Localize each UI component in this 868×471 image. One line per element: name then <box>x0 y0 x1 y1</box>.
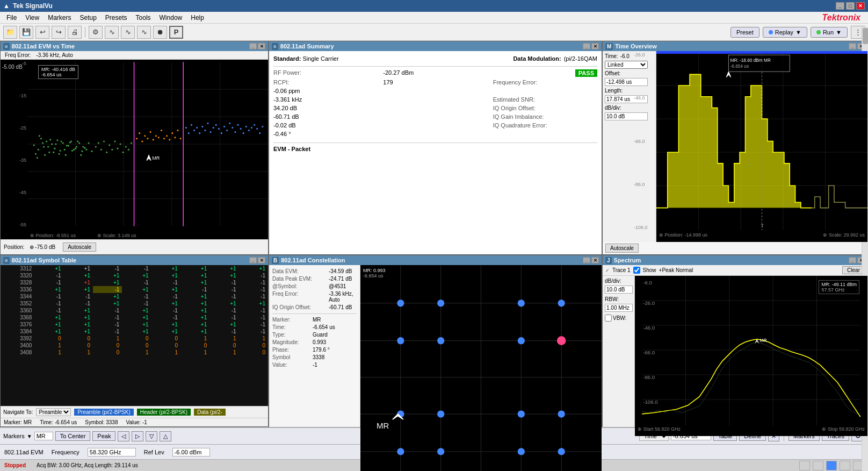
symbol-close-btn[interactable]: ✕ <box>258 257 265 263</box>
const-minimize-btn[interactable]: _ <box>583 257 590 263</box>
header-badge[interactable]: Header (pi/2-BPSK) <box>137 409 191 416</box>
evm-bottom-info: ⊕ Position: -8.551 us ⊕ Scale: 3.149 us <box>30 233 136 238</box>
svg-point-27 <box>81 151 83 152</box>
taskbar-icon-3[interactable] <box>826 461 837 470</box>
nav-down-button[interactable]: ▽ <box>146 431 157 441</box>
navigate-to-select[interactable]: Preamble <box>36 408 71 416</box>
svg-point-86 <box>193 130 195 131</box>
svg-point-149 <box>518 410 525 417</box>
toolbar-save-button[interactable]: 💾 <box>19 26 33 39</box>
maximize-button[interactable]: □ <box>846 2 855 10</box>
freq-error-label-2: Frequency Error: <box>493 79 597 85</box>
evm-autoscale-button[interactable]: Autoscale <box>63 242 96 252</box>
symbol-table-content[interactable]: 3312 +1+1-1-1 +1+1+1+1 3320 -1+1+1+1 +1+… <box>1 265 268 406</box>
menu-setup[interactable]: Setup <box>75 13 100 23</box>
svg-point-139 <box>397 299 404 306</box>
menu-tools[interactable]: Tools <box>132 13 155 23</box>
taskbar-icon-2[interactable] <box>813 461 823 470</box>
toolbar-signal2-button[interactable]: ∿ <box>121 26 135 39</box>
toolbar-signal3-button[interactable]: ∿ <box>137 26 151 39</box>
menu-window[interactable]: Window <box>155 13 187 23</box>
time-autoscale-button[interactable]: Autoscale <box>605 244 639 253</box>
time-minimize-btn[interactable]: _ <box>849 43 856 49</box>
data-badge[interactable]: Data (pi/2- <box>194 409 226 416</box>
taskbar-icon-1[interactable] <box>799 461 810 470</box>
time-top-bar <box>656 51 867 54</box>
const-close-btn[interactable]: ✕ <box>591 257 599 263</box>
nav-left-button[interactable]: ◁ <box>118 431 129 441</box>
taskbar-icon-4[interactable] <box>840 461 850 470</box>
table-row: 3344 -1-1+1-1 -1+1-1-1 <box>1 293 268 300</box>
peak-button[interactable]: Peak <box>92 431 115 441</box>
summary-icon: ≡ <box>272 43 278 50</box>
toolbar-signal1-button[interactable]: ∿ <box>105 26 119 39</box>
evm-minimize-btn[interactable]: _ <box>249 43 257 49</box>
spec-dbdiv-input[interactable]: 10.0 dB <box>605 286 633 294</box>
toolbar-record-button[interactable]: ⏺ <box>153 26 167 39</box>
summary-divider1 <box>273 66 597 67</box>
toolbar-settings-button[interactable]: ⚙ <box>89 26 103 39</box>
table-row: 3392 0010 0111 <box>1 335 268 342</box>
tektronix-logo: Tektronix <box>822 13 866 23</box>
spectrum-svg: MR -6.0 -26.0 -46.0 -66.0 -86.0 -106.0 <box>635 276 867 425</box>
const-time-label: Time: <box>272 324 313 330</box>
svg-point-93 <box>213 127 214 129</box>
nav-up-button[interactable]: △ <box>160 431 171 441</box>
summary-standard-row: Standard: Single Carrier Data Modulation… <box>273 55 597 62</box>
dropdown-arrow-icon[interactable]: ▼ <box>27 433 32 439</box>
symbol-minimize-btn[interactable]: _ <box>249 257 257 263</box>
close-button[interactable]: ✕ <box>856 2 865 10</box>
toolbar-undo-button[interactable]: ↩ <box>35 26 49 39</box>
menu-help[interactable]: Help <box>186 13 208 23</box>
spec-rbw-input[interactable]: 1.00 MHz <box>605 304 633 312</box>
toolbar-print-button[interactable]: 🖨 <box>68 26 82 39</box>
svg-point-85 <box>191 124 192 126</box>
replay-button[interactable]: Replay ▼ <box>763 27 807 38</box>
run-button[interactable]: Run ▼ <box>811 27 848 38</box>
preamble-badge[interactable]: Preamble (pi/2-BPSK) <box>74 409 133 416</box>
svg-point-74 <box>158 137 160 138</box>
preset-button[interactable]: Preset <box>730 27 760 38</box>
const-marker-section: Marker: MR Time: -6.654 us Type: Guard <box>272 313 357 368</box>
time-title: Time Overview <box>615 43 656 49</box>
svg-point-12 <box>40 138 42 139</box>
spec-vbw-checkbox[interactable] <box>605 315 612 322</box>
evm-close-btn[interactable]: ✕ <box>258 43 265 49</box>
menu-view[interactable]: View <box>21 13 44 23</box>
minimize-button[interactable]: _ <box>836 2 844 10</box>
spectrum-minimize-btn[interactable]: _ <box>849 257 856 263</box>
const-time-row: Time: -6.654 us <box>272 324 357 330</box>
standard-label: Standard: <box>273 55 301 62</box>
toolbar-redo-button[interactable]: ↪ <box>52 26 66 39</box>
toolbar-p-button[interactable]: P <box>169 26 183 39</box>
rf-power-value: -20.27 dBm <box>383 69 487 77</box>
svg-point-154 <box>558 448 565 455</box>
evm-mr-db: MR: -40.416 dB <box>41 67 75 72</box>
const-mr-info: MR: 0.993 <box>363 268 386 273</box>
menu-file[interactable]: File <box>2 13 21 23</box>
svg-text:-6.654 us: -6.654 us <box>730 64 749 69</box>
const-canvas: MR: 0.993 -6.654 us <box>360 265 602 471</box>
show-checkbox[interactable] <box>633 267 640 274</box>
svg-text:-46.0: -46.0 <box>643 325 655 331</box>
menu-markers[interactable]: Markers <box>44 13 75 23</box>
svg-point-46 <box>77 140 78 142</box>
const-freq-value: -3.36 kHz, Auto <box>329 291 357 303</box>
svg-point-32 <box>39 135 40 137</box>
frequency-input[interactable] <box>88 448 136 456</box>
to-center-button[interactable]: To Center <box>55 431 91 441</box>
scrollbar-thumb[interactable] <box>863 28 868 44</box>
svg-point-40 <box>61 140 62 142</box>
ref-lev-input[interactable] <box>172 448 210 456</box>
summary-minimize-btn[interactable]: _ <box>583 43 590 49</box>
const-mr-time: -6.654 us <box>363 273 386 279</box>
const-type-value: Guard <box>313 332 328 338</box>
toolbar-right: Preset Replay ▼ Run ▼ ⋮ <box>730 26 865 39</box>
marker-name-input[interactable] <box>34 432 53 440</box>
nav-right-button[interactable]: ▷ <box>132 431 143 441</box>
svg-point-54 <box>100 149 102 151</box>
summary-close-btn[interactable]: ✕ <box>591 43 599 49</box>
toolbar-open-button[interactable]: 📁 <box>3 26 17 39</box>
svg-point-153 <box>518 448 525 455</box>
menu-presets[interactable]: Presets <box>101 13 132 23</box>
